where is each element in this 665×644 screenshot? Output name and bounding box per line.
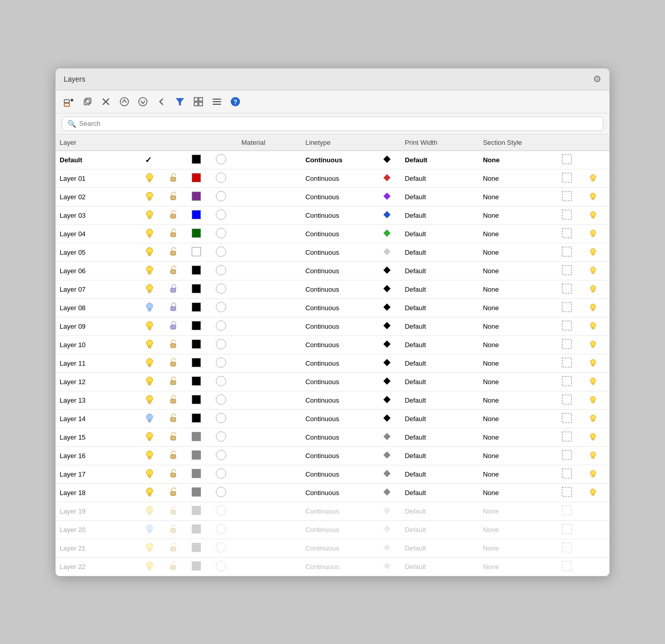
- bulb-small-icon[interactable]: [588, 247, 598, 257]
- circle-swatch[interactable]: [216, 376, 226, 386]
- dashed-box-icon[interactable]: [561, 228, 572, 239]
- table-row[interactable]: Layer 07 Continuous Default None: [56, 280, 609, 298]
- menu-icon[interactable]: [210, 94, 224, 109]
- dashed-box-icon[interactable]: [561, 523, 572, 535]
- color-swatch[interactable]: [192, 376, 201, 386]
- table-row[interactable]: Layer 12 Continuous Default None: [56, 372, 609, 391]
- bulb-small-icon[interactable]: [588, 468, 598, 479]
- table-row[interactable]: Layer 04 Continuous Default None: [56, 224, 609, 243]
- color-swatch[interactable]: [192, 450, 201, 460]
- bulb-small-icon[interactable]: [588, 320, 598, 331]
- color-swatch[interactable]: [192, 173, 201, 182]
- circle-swatch[interactable]: [216, 394, 226, 405]
- color-swatch[interactable]: [192, 339, 201, 349]
- bulb-small-icon[interactable]: [588, 431, 598, 442]
- circle-swatch[interactable]: [216, 357, 226, 368]
- circle-swatch[interactable]: [216, 228, 226, 238]
- dashed-box-icon[interactable]: [561, 394, 572, 405]
- dashed-box-icon[interactable]: [561, 486, 572, 498]
- circle-swatch[interactable]: [216, 561, 226, 571]
- table-row[interactable]: Layer 18 Continuous Default None: [56, 483, 609, 502]
- color-swatch[interactable]: [192, 266, 201, 275]
- dashed-box-icon[interactable]: [561, 338, 572, 350]
- table-row[interactable]: Layer 16 Continuous Default None: [56, 446, 609, 465]
- color-swatch[interactable]: [192, 543, 201, 552]
- dashed-box-icon[interactable]: [561, 320, 572, 331]
- dashed-box-icon[interactable]: [561, 357, 572, 368]
- dashed-box-icon[interactable]: [561, 301, 572, 313]
- table-row[interactable]: Layer 17 Continuous Default None: [56, 465, 609, 483]
- dashed-box-icon[interactable]: [561, 154, 572, 165]
- search-input[interactable]: [79, 120, 598, 127]
- table-row[interactable]: Layer 20 Continuous Default None: [56, 520, 609, 539]
- delete-layer-icon[interactable]: [99, 94, 113, 109]
- settings-icon[interactable]: ⚙: [593, 73, 601, 85]
- copy-layer-icon[interactable]: [80, 94, 95, 109]
- circle-swatch[interactable]: [216, 210, 226, 220]
- circle-swatch[interactable]: [216, 283, 226, 294]
- dashed-box-icon[interactable]: [561, 264, 572, 276]
- circle-swatch[interactable]: [216, 173, 226, 183]
- circle-swatch[interactable]: [216, 431, 226, 442]
- dashed-box-icon[interactable]: [561, 283, 572, 294]
- bulb-small-icon[interactable]: [588, 450, 598, 460]
- dashed-box-icon[interactable]: [561, 468, 572, 479]
- table-row[interactable]: Default ✓ Continuous: [56, 150, 609, 169]
- circle-swatch[interactable]: [216, 191, 226, 201]
- table-row[interactable]: Layer 11 Continuous Default None: [56, 354, 609, 372]
- bulb-small-icon[interactable]: [588, 357, 598, 368]
- dashed-box-icon[interactable]: [561, 449, 572, 461]
- table-row[interactable]: Layer 01 Continuous Default None: [56, 169, 609, 187]
- circle-swatch[interactable]: [216, 487, 226, 497]
- table-row[interactable]: Layer 09 Continuous Default None: [56, 317, 609, 335]
- color-swatch[interactable]: [192, 247, 201, 256]
- help-icon[interactable]: ?: [228, 94, 243, 109]
- circle-swatch[interactable]: [216, 468, 226, 479]
- dashed-box-icon[interactable]: [561, 560, 572, 572]
- grid-icon[interactable]: [191, 94, 206, 109]
- dashed-box-icon[interactable]: [561, 375, 572, 387]
- circle-swatch[interactable]: [216, 339, 226, 349]
- bulb-small-icon[interactable]: [588, 413, 598, 423]
- dashed-box-icon[interactable]: [561, 191, 572, 202]
- bulb-small-icon[interactable]: [588, 487, 598, 497]
- color-swatch[interactable]: [192, 284, 201, 293]
- color-swatch[interactable]: [192, 487, 201, 497]
- color-swatch[interactable]: [192, 413, 201, 423]
- circle-swatch[interactable]: [216, 265, 226, 275]
- bulb-small-icon[interactable]: [588, 376, 598, 386]
- table-row[interactable]: Layer 14 Continuous Default None: [56, 409, 609, 428]
- collapse-icon[interactable]: [154, 94, 169, 109]
- bulb-small-icon[interactable]: [588, 173, 598, 183]
- color-swatch[interactable]: [192, 229, 201, 238]
- color-swatch[interactable]: [192, 155, 201, 164]
- circle-swatch[interactable]: [216, 413, 226, 423]
- circle-swatch[interactable]: [216, 505, 226, 516]
- move-down-layer-icon[interactable]: [136, 94, 150, 109]
- bulb-small-icon[interactable]: [588, 283, 598, 294]
- color-swatch[interactable]: [192, 506, 201, 515]
- circle-swatch[interactable]: [216, 542, 226, 553]
- circle-swatch[interactable]: [216, 154, 226, 164]
- color-swatch[interactable]: [192, 302, 201, 312]
- color-swatch[interactable]: [192, 210, 201, 219]
- bulb-small-icon[interactable]: [588, 228, 598, 238]
- add-layer-icon[interactable]: [62, 94, 76, 109]
- color-swatch[interactable]: [192, 561, 201, 571]
- table-row[interactable]: Layer 06 Continuous Default None: [56, 261, 609, 280]
- move-up-layer-icon[interactable]: [117, 94, 132, 109]
- table-row[interactable]: Layer 19 Continuous Default None: [56, 502, 609, 520]
- bulb-small-icon[interactable]: [588, 339, 598, 349]
- table-row[interactable]: Layer 15 Continuous Default None: [56, 428, 609, 446]
- table-row[interactable]: Layer 13 Continuous Default None: [56, 391, 609, 409]
- table-row[interactable]: Layer 02 Continuous Default None: [56, 187, 609, 206]
- circle-swatch[interactable]: [216, 320, 226, 331]
- circle-swatch[interactable]: [216, 247, 226, 257]
- table-row[interactable]: Layer 05 Continuous Default None: [56, 243, 609, 261]
- color-swatch[interactable]: [192, 321, 201, 330]
- table-row[interactable]: Layer 21 Continuous Default None: [56, 539, 609, 557]
- table-row[interactable]: Layer 03 Continuous Default None: [56, 206, 609, 224]
- color-swatch[interactable]: [192, 395, 201, 404]
- dashed-box-icon[interactable]: [561, 505, 572, 516]
- bulb-small-icon[interactable]: [588, 210, 598, 220]
